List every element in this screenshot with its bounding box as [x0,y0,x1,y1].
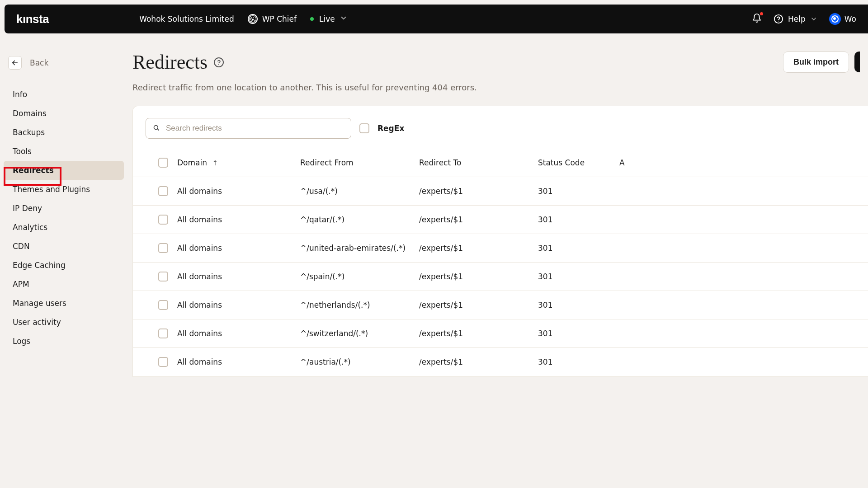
sidebar-item-apm[interactable]: APM [4,275,124,294]
cell-actions[interactable] [615,263,658,291]
redirects-table: Domain ↑ Redirect From Redirect To Statu… [133,149,658,370]
cell-to: /experts/$1 [415,177,533,206]
sidebar-item-manage-users[interactable]: Manage users [4,294,124,313]
row-checkbox[interactable] [158,328,168,338]
regex-label[interactable]: RegEx [377,124,404,133]
row-checkbox[interactable] [158,300,168,310]
row-checkbox[interactable] [158,186,168,196]
sidebar-item-ip-deny[interactable]: IP Deny [4,199,124,218]
column-status[interactable]: Status Code [533,149,615,177]
cell-to: /experts/$1 [415,348,533,371]
page-title: Redirects ? [132,51,224,74]
logo[interactable]: kınsta [16,12,49,26]
table-row: All domains^/netherlands/(.*)/experts/$1… [133,291,658,319]
title-row: Redirects ? Bulk import [132,51,658,74]
column-domain[interactable]: Domain ↑ [173,149,296,177]
sidebar-item-logs[interactable]: Logs [4,332,124,351]
sidebar-item-tools[interactable]: Tools [4,142,124,161]
cell-status: 301 [533,348,615,371]
cell-domain: All domains [173,348,296,371]
search-wrap [146,118,351,139]
column-to[interactable]: Redirect To [415,149,533,177]
sidebar-item-cdn[interactable]: CDN [4,237,124,256]
cell-status: 301 [533,206,615,234]
cell-from: ^/switzerland/(.*) [296,319,415,348]
cell-domain: All domains [173,263,296,291]
cell-to: /experts/$1 [415,319,533,348]
column-actions: A [615,149,658,177]
cell-domain: All domains [173,291,296,319]
table-header-row: Domain ↑ Redirect From Redirect To Statu… [133,149,658,177]
cell-domain: All domains [173,177,296,206]
sidebar-item-domains[interactable]: Domains [4,104,124,123]
redirects-card: RegEx Domain ↑ Redirect From Redirect To… [132,106,658,370]
cell-from: ^/netherlands/(.*) [296,291,415,319]
back-button[interactable] [8,56,22,70]
wordpress-icon [248,14,258,24]
row-checkbox[interactable] [158,357,168,367]
cell-actions[interactable] [615,319,658,348]
cell-actions[interactable] [615,291,658,319]
cell-from: ^/spain/(.*) [296,263,415,291]
cell-domain: All domains [173,234,296,263]
sidebar-item-analytics[interactable]: Analytics [4,218,124,237]
row-checkbox[interactable] [158,272,168,282]
regex-checkbox[interactable] [359,123,369,133]
search-icon [153,124,160,133]
sidebar: InfoDomainsBackupsToolsRedirectsThemes a… [4,85,124,351]
cell-domain: All domains [173,319,296,348]
sidebar-item-edge-caching[interactable]: Edge Caching [4,256,124,275]
back-label[interactable]: Back [30,58,48,67]
row-checkbox[interactable] [158,215,168,225]
sidebar-item-backups[interactable]: Backups [4,123,124,142]
cell-actions[interactable] [615,234,658,263]
select-all-checkbox[interactable] [158,158,168,168]
search-input[interactable] [146,118,351,139]
cell-actions[interactable] [615,177,658,206]
select-all-cell [133,149,173,177]
cell-domain: All domains [173,206,296,234]
cell-status: 301 [533,291,615,319]
card-controls: RegEx [133,118,658,149]
env-status-dot [310,17,314,21]
table-row: All domains^/united-arab-emirates/(.*)/e… [133,234,658,263]
sidebar-item-user-activity[interactable]: User activity [4,313,124,332]
back-row: Back [8,56,48,70]
svg-line-5 [157,129,159,130]
cell-status: 301 [533,319,615,348]
table-row: All domains^/austria/(.*)/experts/$1301 [133,348,658,371]
topbar: kınsta Wohok Solutions Limited WP Chief … [5,5,658,33]
site-name[interactable]: WP Chief [262,14,297,23]
table-row: All domains^/usa/(.*)/experts/$1301 [133,177,658,206]
cell-status: 301 [533,263,615,291]
sidebar-item-redirects[interactable]: Redirects [4,161,124,180]
sidebar-item-info[interactable]: Info [4,85,124,104]
cell-from: ^/united-arab-emirates/(.*) [296,234,415,263]
cell-from: ^/austria/(.*) [296,348,415,371]
table-row: All domains^/qatar/(.*)/experts/$1301 [133,206,658,234]
cell-actions[interactable] [615,348,658,371]
help-icon[interactable]: ? [214,57,224,67]
chevron-down-icon[interactable] [340,14,348,24]
cell-status: 301 [533,177,615,206]
cell-to: /experts/$1 [415,234,533,263]
table-row: All domains^/switzerland/(.*)/experts/$1… [133,319,658,348]
page-title-text: Redirects [132,51,208,74]
main-content: Redirects ? Bulk import Redirect traffic… [132,51,658,370]
cell-to: /experts/$1 [415,263,533,291]
page-description: Redirect traffic from one location to an… [132,83,658,92]
cell-status: 301 [533,234,615,263]
cell-to: /experts/$1 [415,206,533,234]
company-name[interactable]: Wohok Solutions Limited [139,14,234,23]
column-domain-label: Domain [177,158,207,167]
cell-to: /experts/$1 [415,291,533,319]
cell-from: ^/qatar/(.*) [296,206,415,234]
column-from[interactable]: Redirect From [296,149,415,177]
env-label[interactable]: Live [319,14,335,23]
table-row: All domains^/spain/(.*)/experts/$1301 [133,263,658,291]
sidebar-item-themes-and-plugins[interactable]: Themes and Plugins [4,180,124,199]
row-checkbox[interactable] [158,243,168,253]
cell-actions[interactable] [615,206,658,234]
cell-from: ^/usa/(.*) [296,177,415,206]
sort-arrow-icon: ↑ [212,159,218,167]
